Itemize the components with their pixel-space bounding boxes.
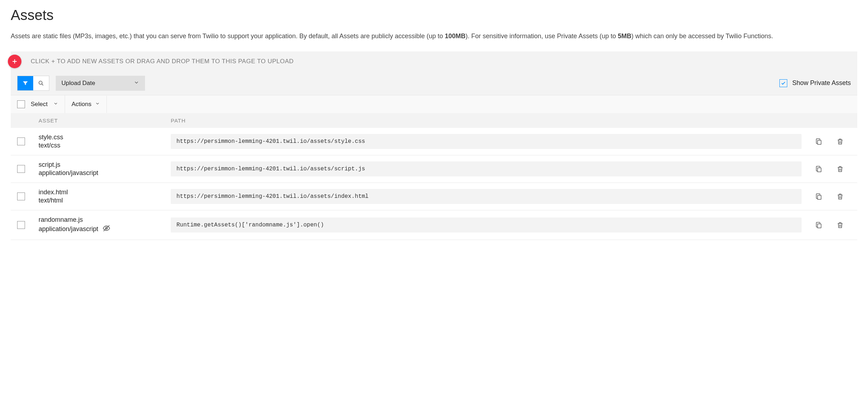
upload-hint-text: CLICK + TO ADD NEW ASSETS OR DRAG AND DR…	[31, 58, 294, 65]
svg-rect-10	[818, 195, 821, 199]
private-limit: 5MB	[618, 32, 631, 40]
select-label: Select	[31, 101, 48, 108]
desc-suffix: ) which can only be accessed by Twilio F…	[631, 32, 773, 40]
filter-bar: Upload Date Show Private Assets	[11, 71, 857, 95]
svg-rect-4	[818, 140, 821, 144]
page-title: Assets	[11, 7, 857, 23]
asset-type: text/css	[39, 142, 171, 149]
show-private-checkbox[interactable]	[779, 79, 787, 87]
chevron-down-icon	[95, 101, 100, 107]
svg-rect-7	[818, 168, 821, 172]
desc-prefix: Assets are static files (MP3s, images, e…	[11, 32, 445, 40]
row-checkbox[interactable]	[17, 165, 25, 173]
search-icon-button[interactable]	[33, 76, 49, 90]
sort-dropdown[interactable]: Upload Date	[56, 76, 145, 91]
asset-name: index.html	[39, 189, 171, 196]
asset-path: https://persimmon-lemming-4201.twil.io/a…	[171, 161, 802, 176]
copy-icon[interactable]	[815, 221, 822, 229]
private-icon	[103, 224, 110, 234]
svg-point-2	[39, 81, 42, 84]
chevron-down-icon	[53, 101, 58, 107]
asset-name: randomname.js	[39, 216, 171, 224]
trash-icon[interactable]	[837, 165, 844, 173]
chevron-down-icon	[134, 80, 139, 86]
view-mode-toggle	[17, 76, 49, 91]
svg-line-3	[42, 84, 43, 85]
asset-path: https://persimmon-lemming-4201.twil.io/a…	[171, 134, 802, 149]
show-private-toggle[interactable]: Show Private Assets	[779, 79, 851, 87]
table-row: script.jsapplication/javascripthttps://p…	[11, 155, 857, 183]
row-checkbox[interactable]	[17, 192, 25, 200]
asset-name: script.js	[39, 161, 171, 169]
asset-type: text/html	[39, 197, 171, 204]
bulk-actions-bar: Select Actions	[11, 95, 857, 113]
header-asset: ASSET	[39, 118, 171, 124]
select-all-checkbox[interactable]	[17, 100, 25, 108]
actions-label: Actions	[71, 101, 91, 108]
copy-icon[interactable]	[815, 192, 822, 200]
copy-icon[interactable]	[815, 165, 822, 173]
trash-icon[interactable]	[837, 221, 844, 229]
svg-rect-15	[818, 224, 821, 228]
asset-path: https://persimmon-lemming-4201.twil.io/a…	[171, 189, 802, 204]
public-limit: 100MB	[445, 32, 465, 40]
table-row: randomname.jsapplication/javascriptRunti…	[11, 210, 857, 240]
header-path: PATH	[171, 118, 851, 124]
table-header: ASSET PATH	[11, 113, 857, 128]
actions-dropdown[interactable]: Actions	[65, 96, 107, 113]
show-private-label: Show Private Assets	[792, 79, 851, 87]
asset-name: style.css	[39, 134, 171, 141]
copy-icon[interactable]	[815, 138, 822, 145]
desc-mid: ). For sensitive information, use Privat…	[465, 32, 618, 40]
asset-path: Runtime.getAssets()['randomname.js'].ope…	[171, 218, 802, 232]
upload-hint-bar[interactable]: CLICK + TO ADD NEW ASSETS OR DRAG AND DR…	[11, 51, 857, 71]
page-description: Assets are static files (MP3s, images, e…	[11, 31, 857, 41]
row-checkbox[interactable]	[17, 221, 25, 229]
add-asset-button[interactable]	[8, 55, 21, 68]
sort-label: Upload Date	[61, 80, 95, 87]
asset-type: application/javascript	[39, 224, 171, 234]
table-row: index.htmltext/htmlhttps://persimmon-lem…	[11, 183, 857, 210]
trash-icon[interactable]	[837, 138, 844, 145]
row-checkbox[interactable]	[17, 138, 25, 145]
filter-icon-button[interactable]	[18, 76, 33, 90]
table-row: style.csstext/csshttps://persimmon-lemmi…	[11, 128, 857, 155]
asset-type: application/javascript	[39, 169, 171, 177]
trash-icon[interactable]	[837, 192, 844, 200]
select-all-dropdown[interactable]: Select	[11, 95, 65, 113]
